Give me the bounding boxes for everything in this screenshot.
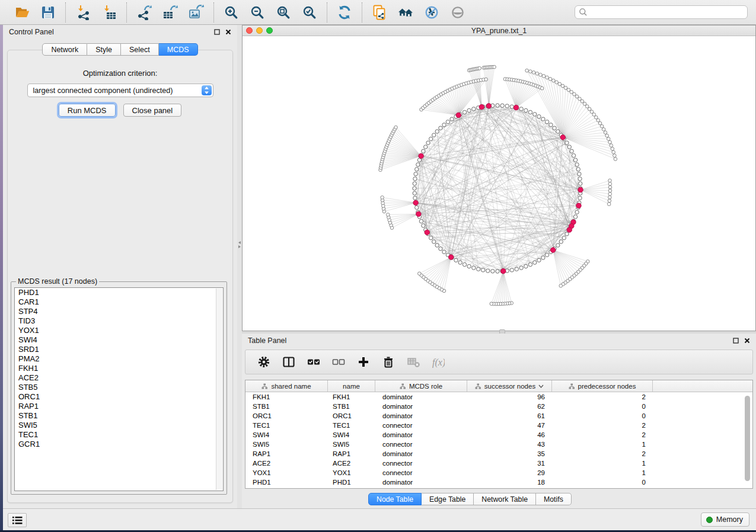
table-panel: Table Panel f(x) shared namenameMCDS rol…: [242, 334, 756, 508]
import-table-button[interactable]: [98, 2, 120, 23]
control-panel-tabs: NetworkStyleSelectMCDS: [3, 43, 237, 56]
cell: dominator: [375, 411, 467, 421]
cell: 61: [467, 411, 552, 421]
tab-mcds[interactable]: MCDS: [159, 43, 198, 56]
criterion-dropdown[interactable]: largest connected component (undirected): [27, 84, 213, 97]
list-item[interactable]: FKH1: [15, 364, 223, 373]
add-column-icon: [357, 355, 370, 368]
cell: PHD1: [328, 477, 375, 487]
hide-selected-button[interactable]: [420, 2, 443, 23]
cell: dominator: [375, 402, 467, 411]
table-row[interactable]: TEC1TEC1connector472: [245, 421, 752, 430]
column-header-successor-nodes[interactable]: successor nodes: [467, 380, 552, 392]
table-row[interactable]: SWI4SWI4dominator462: [245, 430, 752, 440]
table-settings-button[interactable]: [257, 355, 270, 368]
search-field[interactable]: [575, 5, 748, 19]
list-item[interactable]: PHD1: [15, 288, 223, 297]
column-header-MCDS-role[interactable]: MCDS role: [375, 380, 467, 392]
network-graph[interactable]: [243, 36, 755, 331]
network-canvas[interactable]: [243, 36, 755, 331]
memory-button[interactable]: Memory: [701, 512, 749, 527]
tab-network[interactable]: Network: [42, 43, 87, 56]
list-item[interactable]: GCR1: [15, 440, 223, 449]
deselect-all-button[interactable]: [332, 355, 345, 368]
float-panel-icon[interactable]: [214, 29, 220, 35]
list-item[interactable]: SRD1: [15, 345, 223, 354]
tab-edge-table[interactable]: Edge Table: [422, 493, 474, 505]
cell: 2: [552, 449, 653, 459]
run-mcds-button[interactable]: Run MCDS: [59, 104, 116, 117]
zoom-in-button[interactable]: [220, 2, 243, 23]
column-header-shared-name[interactable]: shared name: [245, 380, 328, 392]
list-item[interactable]: CAR1: [15, 297, 223, 307]
table-row[interactable]: ORC1ORC1dominator610: [245, 411, 752, 421]
save-session-button[interactable]: [37, 2, 59, 23]
export-table-button[interactable]: [159, 2, 181, 23]
tab-motifs[interactable]: Motifs: [536, 493, 572, 505]
mcds-result-list[interactable]: PHD1CAR1STP4TID3YOX1SWI4SRD1PMA2FKH1ACE2…: [14, 287, 224, 491]
tab-network-table[interactable]: Network Table: [474, 493, 536, 505]
table-row[interactable]: ACE2ACE2connector311: [245, 459, 752, 468]
table-row[interactable]: PHD1PHD1dominator180: [245, 477, 752, 487]
table-scrollbar[interactable]: [745, 396, 750, 481]
list-item[interactable]: RAP1: [15, 402, 223, 411]
delete-column-button[interactable]: [382, 355, 395, 368]
zoom-fit-button[interactable]: [272, 2, 295, 23]
zoom-out-button[interactable]: [246, 2, 269, 23]
list-item[interactable]: TID3: [15, 316, 223, 326]
show-all-icon: [450, 5, 465, 20]
deselect-all-icon: [332, 355, 345, 368]
task-history-button[interactable]: [8, 513, 27, 527]
cell: dominator: [375, 392, 467, 402]
close-panel-icon[interactable]: [225, 29, 231, 35]
node-table[interactable]: shared namenameMCDS rolesuccessor nodesp…: [245, 380, 753, 489]
export-image-button[interactable]: [185, 2, 208, 23]
list-item[interactable]: TEC1: [15, 430, 223, 440]
cell: ACE2: [245, 459, 328, 468]
svg-text:f(x): f(x): [432, 357, 445, 368]
splitter-collapse-icon[interactable]: [238, 241, 241, 251]
vertical-splitter[interactable]: [237, 25, 242, 508]
list-item[interactable]: SWI5: [15, 421, 223, 430]
tab-style[interactable]: Style: [87, 43, 121, 56]
close-table-panel-icon[interactable]: [744, 338, 750, 344]
list-item[interactable]: ORC1: [15, 392, 223, 402]
select-all-button[interactable]: [307, 355, 320, 368]
list-item[interactable]: SWI4: [15, 335, 223, 345]
add-column-button[interactable]: [357, 355, 370, 368]
list-item[interactable]: STB5: [15, 383, 223, 392]
list-item[interactable]: ACE2: [15, 373, 223, 383]
open-file-button[interactable]: [11, 2, 33, 23]
table-row[interactable]: RAP1RAP1dominator352: [245, 449, 752, 459]
toolbar-group: [127, 2, 213, 23]
float-table-panel-icon[interactable]: [733, 338, 739, 344]
first-neighbors-button[interactable]: [394, 2, 417, 23]
split-panel-button[interactable]: [282, 355, 295, 368]
tab-select[interactable]: Select: [121, 43, 159, 56]
list-item[interactable]: PMA2: [15, 354, 223, 364]
table-toolbar: f(x): [245, 350, 753, 374]
list-item[interactable]: YOX1: [15, 326, 223, 335]
column-header-predecessor-nodes[interactable]: predecessor nodes: [552, 380, 653, 392]
tab-node-table[interactable]: Node Table: [368, 493, 422, 505]
search-input[interactable]: [590, 7, 744, 18]
table-row[interactable]: FKH1FKH1dominator962: [245, 392, 752, 402]
new-network-from-selection-button[interactable]: [368, 2, 391, 23]
close-mcds-panel-button[interactable]: Close panel: [123, 104, 182, 117]
table-row[interactable]: SWI5SWI5connector431: [245, 440, 752, 449]
zoom-selected-button[interactable]: [298, 2, 321, 23]
table-row[interactable]: YOX1YOX1connector291: [245, 468, 752, 477]
column-header-name[interactable]: name: [328, 380, 375, 392]
export-network-button[interactable]: [133, 2, 155, 23]
list-item[interactable]: STP4: [15, 307, 223, 316]
toolbar-group: [214, 2, 327, 23]
refresh-network-button[interactable]: [333, 2, 356, 23]
table-row[interactable]: STB1STB1dominator620: [245, 402, 752, 411]
show-all-button[interactable]: [446, 2, 469, 23]
cell: YOX1: [245, 468, 328, 477]
list-scrollbar[interactable]: [216, 289, 222, 490]
cell: 35: [467, 449, 552, 459]
cell: STB1: [328, 402, 375, 411]
import-network-button[interactable]: [72, 2, 94, 23]
list-item[interactable]: STB1: [15, 411, 223, 421]
